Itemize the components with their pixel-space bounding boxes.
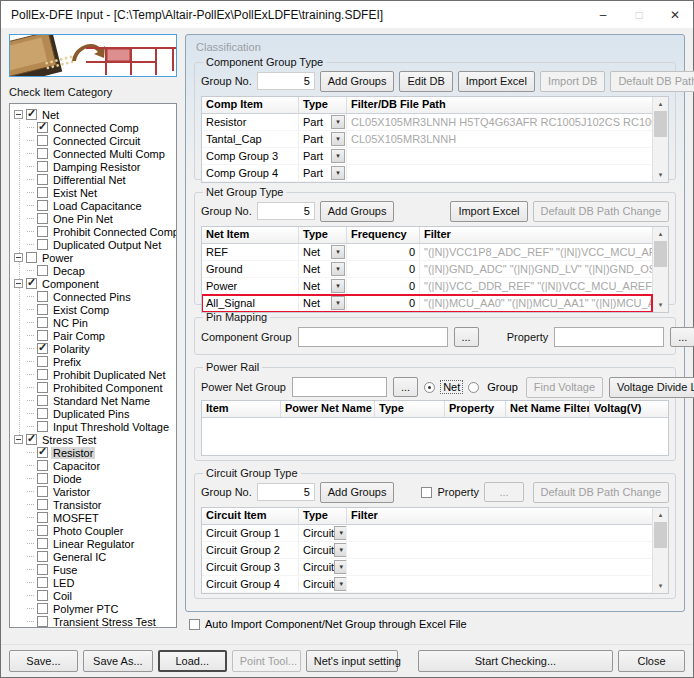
tree-item[interactable]: Load Capacitance — [10, 199, 176, 212]
net-add-groups-button[interactable]: Add Groups — [320, 201, 395, 222]
tree-item[interactable]: Diode — [10, 472, 176, 485]
tree-item-checkbox[interactable] — [26, 434, 37, 445]
tree-item[interactable]: Damping Resistor — [10, 160, 176, 173]
tree-item[interactable]: Linear Regulator — [10, 537, 176, 550]
net-group-no-input[interactable] — [257, 202, 315, 220]
tree-item[interactable]: Polymer PTC — [10, 602, 176, 615]
tree-item[interactable]: Prohibited Component — [10, 381, 176, 394]
power-net-group-input[interactable] — [292, 377, 387, 397]
auto-import-checkbox-row[interactable]: Auto Import Component/Net Group through … — [189, 618, 685, 630]
tree-item-checkbox[interactable] — [37, 148, 48, 159]
tree-item[interactable]: Exist Comp — [10, 303, 176, 316]
tree-item-checkbox[interactable] — [26, 278, 37, 289]
net-group-row[interactable]: All_Signal Net ▾ 0 "(|N| — [202, 295, 652, 312]
tree-expander-icon[interactable] — [14, 253, 23, 262]
type-dropdown-icon[interactable]: ▾ — [334, 577, 347, 591]
tree-expander-icon[interactable] — [14, 279, 23, 288]
tree-item-checkbox[interactable] — [26, 109, 37, 120]
power-net-group-browse-button[interactable]: ... — [393, 377, 418, 397]
tree-item[interactable]: Varistor — [10, 485, 176, 498]
tree-expander-icon[interactable] — [14, 435, 23, 444]
circuit-table-scrollbar[interactable]: ▴ ▾ — [652, 508, 668, 593]
property-browse-button[interactable]: ... — [670, 327, 694, 347]
tree-item[interactable]: Net — [10, 108, 176, 121]
net-group-row[interactable]: Ground Net ▾ 0 "(|N|)GND — [202, 261, 652, 278]
scroll-up-icon[interactable]: ▴ — [653, 97, 668, 111]
tree-item[interactable]: Standard Net Name — [10, 394, 176, 407]
tree-item-checkbox[interactable] — [26, 252, 37, 263]
scrollbar-thumb[interactable] — [654, 522, 667, 548]
net-radio-label[interactable]: Net — [441, 381, 462, 393]
tree-item-checkbox[interactable] — [37, 564, 48, 575]
tree-item-checkbox[interactable] — [37, 616, 48, 627]
tree-item[interactable]: MOSFET — [10, 511, 176, 524]
scroll-down-icon[interactable]: ▾ — [653, 168, 668, 182]
scroll-down-icon[interactable]: ▾ — [653, 298, 668, 312]
footer-button[interactable]: Net's input setting — [306, 650, 398, 672]
tree-item-checkbox[interactable] — [37, 239, 48, 250]
tree-item-checkbox[interactable] — [37, 161, 48, 172]
tree-item[interactable]: Pair Comp — [10, 329, 176, 342]
tree-item-checkbox[interactable] — [37, 356, 48, 367]
auto-import-checkbox[interactable] — [189, 619, 200, 630]
tree-item[interactable]: Transistor — [10, 498, 176, 511]
scrollbar-thumb[interactable] — [654, 241, 667, 267]
edit-db-button[interactable]: Edit DB — [399, 71, 452, 92]
tree-item-checkbox[interactable] — [37, 447, 48, 458]
tree-item[interactable]: Transient Stress Test — [10, 615, 176, 628]
group-radio[interactable] — [468, 382, 479, 393]
tree-item-checkbox[interactable] — [37, 551, 48, 562]
tree-item-checkbox[interactable] — [37, 408, 48, 419]
footer-button[interactable]: Start Checking... — [418, 650, 613, 672]
tree-item-checkbox[interactable] — [37, 200, 48, 211]
tree-item-checkbox[interactable] — [37, 265, 48, 276]
minimize-icon[interactable]: – — [585, 1, 621, 28]
component-group-row[interactable]: Resistor Part ▾ CL05X105MR3LNNH H5TQ4G63… — [202, 114, 652, 131]
tree-item-checkbox[interactable] — [37, 187, 48, 198]
tree-item-checkbox[interactable] — [37, 122, 48, 133]
tree-item-checkbox[interactable] — [37, 590, 48, 601]
tree-item[interactable]: Exist Net — [10, 186, 176, 199]
tree-item-checkbox[interactable] — [37, 343, 48, 354]
tree-item[interactable]: General IC — [10, 550, 176, 563]
tree-item[interactable]: Stress Test — [10, 433, 176, 446]
tree-item[interactable]: Coil — [10, 589, 176, 602]
component-group-row[interactable]: Tantal_Cap Part ▾ CL05X105MR3LNNH — [202, 131, 652, 148]
component-group-row[interactable]: Comp Group 4 Part ▾ — [202, 165, 652, 182]
tree-item[interactable]: Photo Coupler — [10, 524, 176, 537]
tree-item-checkbox[interactable] — [37, 603, 48, 614]
tree-item[interactable]: NC Pin — [10, 316, 176, 329]
net-group-row[interactable]: Power Net ▾ 0 "(|N|)VCC_ — [202, 278, 652, 295]
scroll-up-icon[interactable]: ▴ — [653, 508, 668, 522]
type-dropdown-icon[interactable]: ▾ — [334, 526, 347, 540]
type-dropdown-icon[interactable]: ▾ — [331, 279, 345, 293]
tree-item-checkbox[interactable] — [37, 577, 48, 588]
scroll-down-icon[interactable]: ▾ — [653, 579, 668, 593]
tree-item-checkbox[interactable] — [37, 499, 48, 510]
scrollbar-thumb[interactable] — [654, 111, 667, 137]
close-icon[interactable]: ✕ — [657, 1, 693, 28]
tree-item-checkbox[interactable] — [37, 512, 48, 523]
footer-button[interactable]: Load... — [158, 650, 227, 672]
type-dropdown-icon[interactable]: ▾ — [331, 149, 345, 163]
footer-button[interactable]: Save As... — [83, 650, 153, 672]
net-import-excel-button[interactable]: Import Excel — [450, 201, 527, 222]
circuit-property-checkbox[interactable] — [421, 487, 432, 498]
tree-item[interactable]: Connected Circuit — [10, 134, 176, 147]
type-dropdown-icon[interactable]: ▾ — [331, 166, 345, 180]
net-group-row[interactable]: REF Net ▾ 0 "(|N|)VCC1P8 — [202, 244, 652, 261]
circuit-group-row[interactable]: Circuit Group 2 Circuit ▾ — [202, 542, 652, 559]
tree-item-checkbox[interactable] — [37, 460, 48, 471]
voltage-divide-logic-button[interactable]: Voltage Divide Logic — [609, 377, 694, 398]
tree-item-checkbox[interactable] — [37, 421, 48, 432]
tree-item[interactable]: One Pin Net — [10, 212, 176, 225]
group-radio-label[interactable]: Group — [485, 381, 520, 393]
tree-item-checkbox[interactable] — [37, 226, 48, 237]
comp-add-groups-button[interactable]: Add Groups — [320, 71, 395, 92]
tree-item-checkbox[interactable] — [37, 486, 48, 497]
tree-item[interactable]: LED — [10, 576, 176, 589]
tree-item-checkbox[interactable] — [37, 369, 48, 380]
tree-item[interactable]: Prohibit Duplicated Net — [10, 368, 176, 381]
tree-item[interactable]: Duplicated Pins — [10, 407, 176, 420]
type-dropdown-icon[interactable]: ▾ — [334, 560, 347, 574]
